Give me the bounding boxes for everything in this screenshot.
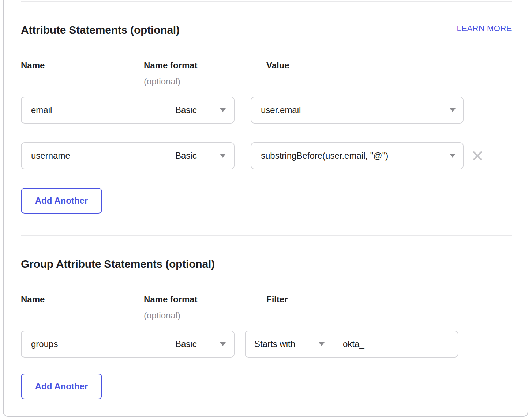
group-name-input[interactable]	[22, 331, 166, 357]
group-filter-group: Starts with	[245, 331, 458, 358]
chevron-down-icon	[220, 342, 226, 346]
filter-value-input[interactable]	[333, 331, 458, 357]
column-name-format-label: Name format	[144, 60, 266, 71]
attribute-value-input[interactable]	[251, 143, 442, 169]
name-format-optional-note: (optional)	[144, 310, 266, 321]
column-name-format-label: Name format	[144, 294, 266, 305]
group-attribute-statements-header: Group Attribute Statements (optional)	[21, 257, 512, 271]
attribute-name-input[interactable]	[22, 97, 166, 123]
chevron-down-icon	[450, 154, 456, 158]
column-value-label: Value	[266, 60, 512, 71]
attribute-row: Basic	[21, 97, 512, 124]
attribute-row: Basic	[21, 142, 512, 169]
group-attribute-columns: Name Name format Filter (optional)	[21, 294, 512, 321]
column-name-label: Name	[21, 60, 144, 71]
attribute-value-group	[251, 142, 464, 169]
attribute-name-input[interactable]	[22, 143, 166, 169]
settings-page: Attribute Statements (optional) LEARN MO…	[0, 0, 532, 419]
saml-settings-card: Attribute Statements (optional) LEARN MO…	[3, 0, 528, 417]
name-format-selected-value: Basic	[175, 339, 197, 349]
value-expression-dropdown[interactable]	[442, 143, 463, 169]
group-attribute-row: Basic Starts with	[21, 331, 512, 358]
attribute-value-input[interactable]	[251, 97, 442, 123]
section-divider-top	[21, 1, 512, 2]
close-icon	[472, 150, 483, 161]
name-format-optional-note: (optional)	[144, 76, 266, 87]
remove-row-button[interactable]	[471, 149, 484, 162]
chevron-down-icon	[319, 342, 325, 346]
section-divider-middle	[21, 235, 512, 236]
chevron-down-icon	[450, 108, 456, 112]
value-expression-dropdown[interactable]	[442, 97, 463, 123]
name-format-select[interactable]: Basic	[166, 97, 234, 123]
attribute-statements-header: Attribute Statements (optional) LEARN MO…	[21, 23, 512, 37]
attribute-name-group: Basic	[21, 97, 235, 124]
column-filter-label: Filter	[266, 294, 512, 305]
chevron-down-icon	[220, 108, 226, 112]
attribute-columns: Name Name format Value (optional)	[21, 60, 512, 87]
add-another-group-attribute-button[interactable]: Add Another	[21, 374, 102, 399]
name-format-select[interactable]: Basic	[166, 143, 234, 169]
group-name-group: Basic	[21, 331, 235, 358]
attribute-statements-title: Attribute Statements (optional)	[21, 23, 180, 37]
name-format-selected-value: Basic	[175, 151, 197, 161]
learn-more-link[interactable]: LEARN MORE	[457, 23, 512, 34]
filter-type-selected-value: Starts with	[254, 339, 295, 349]
name-format-select[interactable]: Basic	[166, 331, 234, 357]
add-another-attribute-button[interactable]: Add Another	[21, 188, 102, 214]
chevron-down-icon	[220, 154, 226, 158]
filter-type-select[interactable]: Starts with	[246, 331, 333, 357]
name-format-selected-value: Basic	[175, 105, 197, 115]
group-attribute-statements-title: Group Attribute Statements (optional)	[21, 257, 215, 271]
attribute-name-group: Basic	[21, 142, 235, 169]
column-name-label: Name	[21, 294, 144, 305]
attribute-value-group	[251, 97, 464, 124]
